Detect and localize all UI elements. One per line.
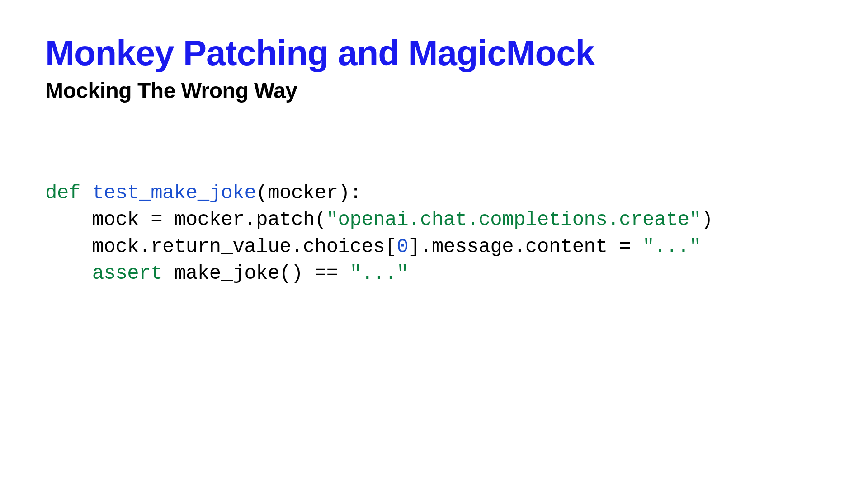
code-line-4-indent bbox=[45, 262, 92, 285]
keyword-assert: assert bbox=[92, 262, 162, 285]
number-literal: 0 bbox=[396, 235, 408, 258]
string-literal: "..." bbox=[642, 235, 701, 258]
code-line-2a: mock = mocker.patch( bbox=[45, 208, 326, 231]
string-literal: "openai.chat.completions.create" bbox=[326, 208, 701, 231]
code-line-3b: ].message.content = bbox=[408, 235, 642, 258]
code-line-4a: make_joke() == bbox=[162, 262, 349, 285]
code-line-2b: ) bbox=[701, 208, 713, 231]
function-name: test_make_joke bbox=[92, 182, 256, 204]
slide-title: Monkey Patching and MagicMock bbox=[45, 34, 823, 73]
code-block: def test_make_joke(mocker): mock = mocke… bbox=[45, 180, 823, 287]
params: (mocker): bbox=[256, 182, 361, 204]
code-line-3a: mock.return_value.choices[ bbox=[45, 235, 396, 258]
slide-subtitle: Mocking The Wrong Way bbox=[45, 78, 823, 103]
string-literal: "..." bbox=[350, 262, 409, 285]
keyword-def: def bbox=[45, 182, 80, 204]
